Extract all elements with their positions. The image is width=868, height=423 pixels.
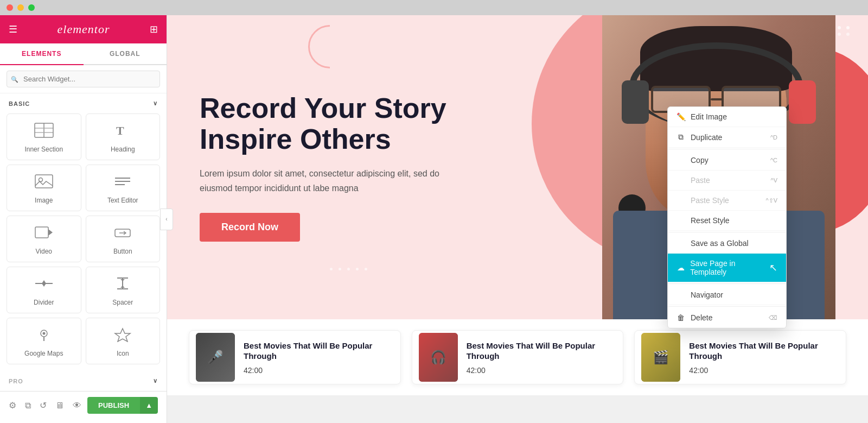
title-bar	[0, 0, 868, 15]
widget-video[interactable]: Video	[7, 216, 81, 262]
delete-label: Delete	[691, 313, 712, 322]
tab-elements[interactable]: ELEMENTS	[0, 43, 84, 65]
hero-description: Lorem ipsum dolor sit amet, consectetur …	[200, 166, 460, 195]
svg-marker-22	[120, 286, 125, 288]
widget-divider[interactable]: Divider	[7, 267, 81, 313]
movie-time-2: 42:00	[467, 366, 617, 375]
widget-icon[interactable]: Icon	[86, 318, 161, 364]
movie-title-2: Best Movies That Will Be Popular Through	[467, 340, 617, 362]
paste-style-shortcut: ^⇧V	[766, 197, 778, 204]
duplicate-icon: ⧉	[676, 132, 685, 142]
settings-icon[interactable]: ⚙	[9, 400, 16, 411]
sidebar-header: ☰ elementor ⊞	[0, 15, 167, 43]
widget-spacer-label: Spacer	[112, 299, 133, 306]
elementor-logo: elementor	[58, 22, 110, 36]
minimize-button[interactable]	[17, 4, 24, 11]
tab-global[interactable]: GLOBAL	[84, 43, 167, 64]
basic-section-label: BASIC	[9, 100, 30, 107]
responsive-icon[interactable]: 🖥	[55, 401, 64, 411]
context-menu-item-duplicate[interactable]: ⧉ Duplicate ^D	[668, 127, 786, 148]
context-divider-2	[668, 232, 786, 232]
save-templately-icon: ☁	[676, 263, 685, 272]
movie-title-3: Best Movies That Will Be Popular Through	[689, 340, 839, 362]
context-menu-item-save-templately[interactable]: ☁ Save Page in Templately ↖	[668, 254, 786, 282]
publish-arrow-button[interactable]: ▲	[140, 397, 158, 414]
heading-icon: T	[113, 123, 132, 141]
edit-image-label: Edit Image	[691, 112, 727, 121]
widget-text-editor-label: Text Editor	[107, 197, 138, 204]
history-icon[interactable]: ↺	[40, 400, 47, 411]
paste-style-label: Paste Style	[691, 196, 729, 205]
duplicate-shortcut: ^D	[770, 134, 777, 141]
search-area	[0, 65, 167, 93]
context-menu-item-reset-style[interactable]: Reset Style	[668, 211, 786, 231]
svg-marker-13	[48, 229, 53, 236]
edit-image-icon: ✏️	[676, 112, 685, 121]
movie-card-3: 🎬 Best Movies That Will Be Popular Throu…	[634, 330, 846, 384]
chevron-down-icon-pro: ∨	[153, 377, 158, 384]
widget-text-editor[interactable]: Text Editor	[86, 165, 161, 211]
arc-decoration	[308, 25, 352, 68]
save-templately-label: Save Page in Templately	[690, 259, 769, 276]
pro-section-header[interactable]: PRO ∨	[0, 371, 167, 391]
sidebar-collapse-handle[interactable]: ‹	[160, 209, 173, 230]
widget-image[interactable]: Image	[7, 165, 81, 211]
movie-thumb-2: 🎧	[419, 333, 458, 382]
grid-icon[interactable]: ⊞	[150, 23, 158, 35]
hamburger-icon[interactable]: ☰	[9, 23, 17, 35]
reset-style-label: Reset Style	[691, 216, 730, 225]
publish-button[interactable]: PUBLISH	[87, 397, 140, 414]
layers-icon[interactable]: ⧉	[25, 401, 31, 411]
widget-button-label: Button	[113, 248, 132, 255]
basic-section-header[interactable]: BASIC ∨	[0, 93, 167, 113]
widget-inner-section-label: Inner Section	[24, 146, 63, 153]
widget-heading[interactable]: T Heading	[86, 113, 161, 160]
paste-shortcut: ^V	[771, 177, 778, 184]
widget-heading-label: Heading	[111, 146, 135, 153]
widget-image-label: Image	[35, 197, 53, 204]
context-menu-item-delete[interactable]: 🗑 Delete ⌫	[668, 308, 786, 328]
movie-info-3: Best Movies That Will Be Popular Through…	[689, 340, 839, 375]
hero-record-button[interactable]: Record Now	[200, 213, 300, 242]
pro-section-label: PRO	[9, 378, 23, 384]
widget-inner-section[interactable]: Inner Section	[7, 113, 81, 160]
delete-shortcut: ⌫	[769, 314, 777, 321]
spacer-icon	[113, 276, 132, 294]
context-menu-item-edit-image[interactable]: ✏️ Edit Image	[668, 107, 786, 127]
sidebar-tabs: ELEMENTS GLOBAL	[0, 43, 167, 65]
duplicate-label: Duplicate	[691, 133, 722, 142]
widget-google-maps[interactable]: Google Maps	[7, 318, 81, 364]
movie-card-1: 🎤 Best Movies That Will Be Popular Throu…	[189, 330, 401, 384]
preview-icon[interactable]: 👁	[73, 401, 81, 411]
svg-marker-17	[42, 280, 46, 287]
canvas-area: Record Your Story Inspire Others Lorem i…	[167, 15, 868, 423]
hero-title: Record Your Story Inspire Others	[200, 93, 460, 155]
context-menu-item-paste-style: Paste Style ^⇧V	[668, 191, 786, 211]
paste-label: Paste	[691, 176, 710, 185]
context-menu-item-save-global[interactable]: Save as a Global	[668, 233, 786, 254]
widget-grid: Inner Section T Heading	[0, 113, 167, 371]
movie-thumb-3: 🎬	[641, 333, 680, 382]
widget-button[interactable]: Button	[86, 216, 161, 262]
movie-card-2: 🎧 Best Movies That Will Be Popular Throu…	[412, 330, 624, 384]
context-menu-item-copy[interactable]: Copy ^C	[668, 150, 786, 171]
widget-spacer[interactable]: Spacer	[86, 267, 161, 313]
copy-label: Copy	[691, 156, 709, 165]
search-input[interactable]	[7, 71, 160, 87]
context-menu: ✏️ Edit Image ⧉ Duplicate ^D Copy ^C	[667, 106, 787, 329]
context-menu-item-navigator[interactable]: Navigator	[668, 285, 786, 305]
context-menu-item-paste: Paste ^V	[668, 171, 786, 191]
divider-icon	[34, 276, 54, 294]
publish-button-group: PUBLISH ▲	[87, 397, 158, 414]
cursor-icon: ↖	[769, 262, 777, 274]
chevron-down-icon: ∨	[153, 100, 158, 107]
icon-widget-icon	[113, 327, 132, 345]
maximize-button[interactable]	[28, 4, 35, 11]
svg-text:T: T	[116, 124, 124, 137]
sidebar-footer: ⚙ ⧉ ↺ 🖥 👁 PUBLISH ▲	[0, 391, 167, 419]
navigator-label: Navigator	[691, 291, 723, 299]
context-divider-4	[668, 306, 786, 307]
close-button[interactable]	[7, 4, 13, 11]
image-icon	[34, 174, 54, 192]
text-editor-icon	[113, 174, 132, 192]
